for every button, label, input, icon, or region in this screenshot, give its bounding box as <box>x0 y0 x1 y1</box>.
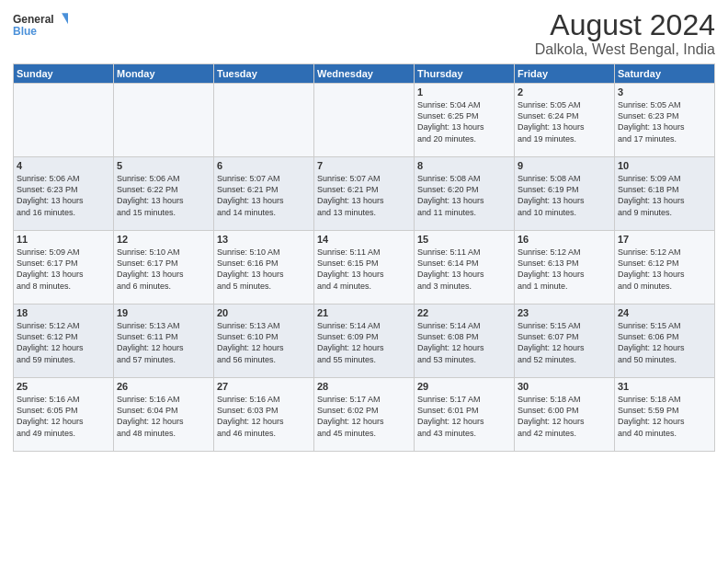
calendar-cell: 28Sunrise: 5:17 AM Sunset: 6:02 PM Dayli… <box>314 378 415 452</box>
cell-details: Sunrise: 5:04 AM Sunset: 6:25 PM Dayligh… <box>417 99 511 144</box>
calendar-cell: 27Sunrise: 5:16 AM Sunset: 6:03 PM Dayli… <box>214 378 314 452</box>
col-friday: Friday <box>515 64 615 84</box>
day-number: 17 <box>618 234 711 245</box>
day-number: 7 <box>317 160 411 171</box>
calendar-cell: 18Sunrise: 5:12 AM Sunset: 6:12 PM Dayli… <box>14 304 114 378</box>
cell-details: Sunrise: 5:07 AM Sunset: 6:21 PM Dayligh… <box>217 173 311 218</box>
cell-details: Sunrise: 5:10 AM Sunset: 6:16 PM Dayligh… <box>217 247 311 292</box>
col-monday: Monday <box>114 64 214 84</box>
calendar-cell: 24Sunrise: 5:15 AM Sunset: 6:06 PM Dayli… <box>615 304 715 378</box>
calendar-cell <box>314 84 415 157</box>
calendar-cell: 20Sunrise: 5:13 AM Sunset: 6:10 PM Dayli… <box>214 304 314 378</box>
cell-details: Sunrise: 5:08 AM Sunset: 6:20 PM Dayligh… <box>417 173 511 218</box>
day-number: 27 <box>217 381 311 392</box>
cell-details: Sunrise: 5:15 AM Sunset: 6:06 PM Dayligh… <box>618 320 711 365</box>
day-number: 28 <box>317 381 411 392</box>
day-number: 15 <box>417 234 511 245</box>
day-number: 6 <box>217 160 311 171</box>
cell-details: Sunrise: 5:10 AM Sunset: 6:17 PM Dayligh… <box>117 247 210 292</box>
calendar-cell: 19Sunrise: 5:13 AM Sunset: 6:11 PM Dayli… <box>114 304 214 378</box>
day-number: 22 <box>417 307 511 318</box>
cell-details: Sunrise: 5:12 AM Sunset: 6:12 PM Dayligh… <box>17 320 110 365</box>
day-number: 14 <box>317 234 411 245</box>
cell-details: Sunrise: 5:05 AM Sunset: 6:24 PM Dayligh… <box>518 99 611 144</box>
cell-details: Sunrise: 5:16 AM Sunset: 6:05 PM Dayligh… <box>17 394 110 439</box>
col-thursday: Thursday <box>415 64 515 84</box>
day-number: 4 <box>17 160 110 171</box>
cell-details: Sunrise: 5:09 AM Sunset: 6:17 PM Dayligh… <box>17 247 110 292</box>
cell-details: Sunrise: 5:13 AM Sunset: 6:11 PM Dayligh… <box>117 320 210 365</box>
col-tuesday: Tuesday <box>214 64 314 84</box>
calendar-cell: 31Sunrise: 5:18 AM Sunset: 5:59 PM Dayli… <box>615 378 715 452</box>
calendar-cell: 4Sunrise: 5:06 AM Sunset: 6:23 PM Daylig… <box>14 157 114 231</box>
calendar-cell: 30Sunrise: 5:18 AM Sunset: 6:00 PM Dayli… <box>515 378 615 452</box>
calendar-cell: 21Sunrise: 5:14 AM Sunset: 6:09 PM Dayli… <box>314 304 415 378</box>
col-sunday: Sunday <box>14 64 114 84</box>
day-number: 19 <box>117 307 210 318</box>
day-number: 11 <box>17 234 110 245</box>
day-number: 10 <box>618 160 711 171</box>
day-number: 25 <box>17 381 110 392</box>
cell-details: Sunrise: 5:09 AM Sunset: 6:18 PM Dayligh… <box>618 173 711 218</box>
calendar-cell: 1Sunrise: 5:04 AM Sunset: 6:25 PM Daylig… <box>415 84 515 157</box>
calendar-cell: 26Sunrise: 5:16 AM Sunset: 6:04 PM Dayli… <box>114 378 214 452</box>
cell-details: Sunrise: 5:13 AM Sunset: 6:10 PM Dayligh… <box>217 320 311 365</box>
calendar-cell: 25Sunrise: 5:16 AM Sunset: 6:05 PM Dayli… <box>14 378 114 452</box>
day-number: 12 <box>117 234 210 245</box>
day-number: 24 <box>618 307 711 318</box>
calendar-cell: 16Sunrise: 5:12 AM Sunset: 6:13 PM Dayli… <box>515 231 615 304</box>
day-number: 2 <box>518 86 611 98</box>
day-number: 26 <box>117 381 210 392</box>
sub-title: Dalkola, West Bengal, India <box>535 41 715 58</box>
cell-details: Sunrise: 5:18 AM Sunset: 6:00 PM Dayligh… <box>518 394 611 439</box>
day-number: 3 <box>618 86 711 98</box>
calendar-cell: 12Sunrise: 5:10 AM Sunset: 6:17 PM Dayli… <box>114 231 214 304</box>
cell-details: Sunrise: 5:14 AM Sunset: 6:09 PM Dayligh… <box>317 320 411 365</box>
cell-details: Sunrise: 5:18 AM Sunset: 5:59 PM Dayligh… <box>618 394 711 439</box>
cell-details: Sunrise: 5:12 AM Sunset: 6:13 PM Dayligh… <box>518 247 611 292</box>
week-row-1: 1Sunrise: 5:04 AM Sunset: 6:25 PM Daylig… <box>14 84 715 157</box>
cell-details: Sunrise: 5:05 AM Sunset: 6:23 PM Dayligh… <box>618 99 711 144</box>
day-number: 30 <box>518 381 611 392</box>
calendar-cell: 23Sunrise: 5:15 AM Sunset: 6:07 PM Dayli… <box>515 304 615 378</box>
logo-graphic: General Blue <box>13 9 68 42</box>
day-number: 5 <box>117 160 210 171</box>
calendar-cell: 5Sunrise: 5:06 AM Sunset: 6:22 PM Daylig… <box>114 157 214 231</box>
day-number: 18 <box>17 307 110 318</box>
week-row-3: 11Sunrise: 5:09 AM Sunset: 6:17 PM Dayli… <box>14 231 715 304</box>
header-row: Sunday Monday Tuesday Wednesday Thursday… <box>14 64 715 84</box>
calendar-cell: 8Sunrise: 5:08 AM Sunset: 6:20 PM Daylig… <box>415 157 515 231</box>
calendar-cell: 10Sunrise: 5:09 AM Sunset: 6:18 PM Dayli… <box>615 157 715 231</box>
calendar-cell <box>214 84 314 157</box>
cell-details: Sunrise: 5:06 AM Sunset: 6:23 PM Dayligh… <box>17 173 110 218</box>
day-number: 20 <box>217 307 311 318</box>
calendar-cell: 13Sunrise: 5:10 AM Sunset: 6:16 PM Dayli… <box>214 231 314 304</box>
day-number: 9 <box>518 160 611 171</box>
calendar-table: Sunday Monday Tuesday Wednesday Thursday… <box>13 63 715 452</box>
week-row-5: 25Sunrise: 5:16 AM Sunset: 6:05 PM Dayli… <box>14 378 715 452</box>
page: General Blue August 2024 Dalkola, West B… <box>0 0 728 563</box>
day-number: 1 <box>417 86 511 98</box>
day-number: 29 <box>417 381 511 392</box>
calendar-cell: 22Sunrise: 5:14 AM Sunset: 6:08 PM Dayli… <box>415 304 515 378</box>
cell-details: Sunrise: 5:11 AM Sunset: 6:14 PM Dayligh… <box>417 247 511 292</box>
calendar-cell <box>14 84 114 157</box>
calendar-cell: 15Sunrise: 5:11 AM Sunset: 6:14 PM Dayli… <box>415 231 515 304</box>
day-number: 21 <box>317 307 411 318</box>
calendar-cell: 6Sunrise: 5:07 AM Sunset: 6:21 PM Daylig… <box>214 157 314 231</box>
cell-details: Sunrise: 5:11 AM Sunset: 6:15 PM Dayligh… <box>317 247 411 292</box>
calendar-cell: 29Sunrise: 5:17 AM Sunset: 6:01 PM Dayli… <box>415 378 515 452</box>
week-row-4: 18Sunrise: 5:12 AM Sunset: 6:12 PM Dayli… <box>14 304 715 378</box>
cell-details: Sunrise: 5:16 AM Sunset: 6:04 PM Dayligh… <box>117 394 210 439</box>
cell-details: Sunrise: 5:17 AM Sunset: 6:01 PM Dayligh… <box>417 394 511 439</box>
col-wednesday: Wednesday <box>314 64 415 84</box>
calendar-cell: 3Sunrise: 5:05 AM Sunset: 6:23 PM Daylig… <box>615 84 715 157</box>
cell-details: Sunrise: 5:15 AM Sunset: 6:07 PM Dayligh… <box>518 320 611 365</box>
cell-details: Sunrise: 5:14 AM Sunset: 6:08 PM Dayligh… <box>417 320 511 365</box>
calendar-cell: 14Sunrise: 5:11 AM Sunset: 6:15 PM Dayli… <box>314 231 415 304</box>
cell-details: Sunrise: 5:07 AM Sunset: 6:21 PM Dayligh… <box>317 173 411 218</box>
calendar-cell: 7Sunrise: 5:07 AM Sunset: 6:21 PM Daylig… <box>314 157 415 231</box>
logo: General Blue <box>13 9 68 42</box>
cell-details: Sunrise: 5:08 AM Sunset: 6:19 PM Dayligh… <box>518 173 611 218</box>
day-number: 23 <box>518 307 611 318</box>
